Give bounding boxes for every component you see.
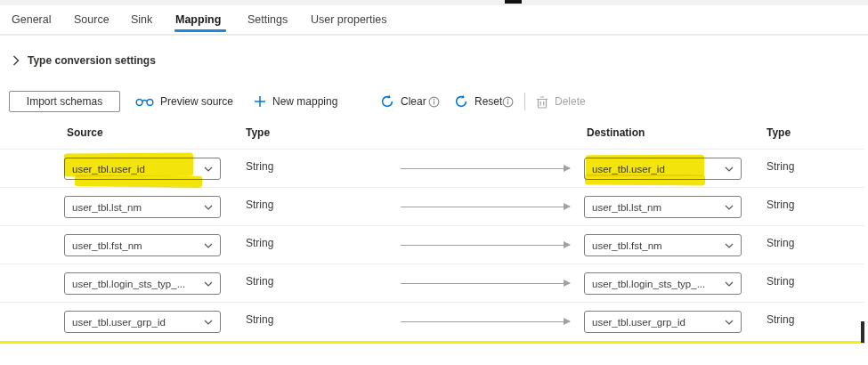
type-conversion-settings-label: Type conversion settings (28, 54, 156, 67)
highlight-mark (75, 174, 202, 187)
column-header-source-type: Type (246, 126, 270, 139)
source-field-value: user_tbl.user_grp_id (72, 317, 200, 328)
source-field-dropdown[interactable]: user_tbl.fst_nm (64, 234, 221, 256)
clear-label: Clear (401, 95, 426, 108)
reset-info-icon[interactable] (502, 96, 514, 108)
plus-icon (254, 95, 266, 108)
chevron-down-icon (204, 320, 213, 325)
source-type-value: String (246, 275, 273, 288)
source-type-value: String (246, 237, 273, 249)
mapping-row: user_tbl.lst_nm String user_tbl.lst_nm S… (0, 187, 864, 225)
destination-field-dropdown[interactable]: user_tbl.lst_nm (584, 196, 742, 218)
chevron-right-icon (12, 55, 20, 66)
mapping-arrow-icon (401, 283, 570, 284)
tab-source[interactable]: Source (74, 13, 110, 26)
refresh-icon (380, 94, 394, 109)
destination-field-dropdown[interactable]: user_tbl.fst_nm (584, 234, 742, 256)
destination-type-value: String (767, 237, 794, 249)
clear-button[interactable]: Clear (380, 89, 426, 114)
source-field-dropdown[interactable]: user_tbl.user_grp_id (64, 311, 221, 333)
delete-label: Delete (555, 95, 586, 108)
tab-bar-divider (0, 34, 868, 36)
import-schemas-button[interactable]: Import schemas (9, 91, 120, 112)
highlight-mark (585, 174, 705, 185)
chevron-down-icon (204, 243, 213, 248)
mapping-row: user_tbl.login_sts_typ_... String user_t… (0, 264, 864, 302)
clear-info-icon[interactable] (428, 96, 440, 108)
column-header-destination-type: Type (767, 126, 791, 139)
column-header-destination: Destination (587, 126, 645, 139)
chevron-down-icon (204, 205, 213, 210)
new-mapping-label: New mapping (272, 95, 337, 108)
copy-activity-mapping-panel: General Source Sink Mapping Settings Use… (0, 0, 868, 365)
source-type-value: String (246, 199, 273, 211)
mapping-toolbar: Import schemas Preview source New mappin… (0, 89, 868, 114)
tab-user-properties[interactable]: User properties (311, 13, 386, 26)
chevron-down-icon (725, 320, 734, 325)
destination-type-value: String (767, 199, 794, 211)
preview-source-button[interactable]: Preview source (135, 89, 233, 114)
chevron-down-icon (725, 243, 734, 248)
chevron-down-icon (204, 166, 213, 172)
tab-sink[interactable]: Sink (131, 13, 152, 26)
mapping-arrow-icon (401, 207, 570, 207)
mapping-arrow-icon (401, 168, 570, 169)
trash-icon (536, 95, 548, 109)
source-field-value: user_tbl.fst_nm (72, 240, 200, 251)
source-field-value: user_tbl.lst_nm (72, 202, 200, 213)
column-header-source: Source (67, 126, 103, 139)
chevron-down-icon (725, 281, 734, 287)
mapping-row: user_tbl.fst_nm String user_tbl.fst_nm S… (0, 225, 864, 264)
destination-field-value: user_tbl.lst_nm (592, 202, 721, 213)
destination-type-value: String (767, 275, 794, 288)
source-field-dropdown[interactable]: user_tbl.lst_nm (64, 196, 221, 218)
tab-bar: General Source Sink Mapping Settings Use… (0, 5, 868, 34)
new-mapping-button[interactable]: New mapping (254, 89, 337, 114)
destination-field-dropdown[interactable]: user_tbl.user_grp_id (584, 311, 742, 333)
reset-label: Reset (475, 95, 502, 108)
delete-button[interactable]: Delete (536, 89, 586, 114)
active-tab-indicator (174, 29, 226, 32)
tab-settings[interactable]: Settings (247, 13, 288, 26)
destination-type-value: String (767, 160, 794, 173)
reset-button[interactable]: Reset (454, 89, 502, 114)
chevron-down-icon (725, 205, 734, 210)
source-field-value: user_tbl.login_sts_typ_... (72, 279, 200, 289)
tab-general[interactable]: General (12, 13, 51, 26)
source-field-dropdown[interactable]: user_tbl.login_sts_typ_... (64, 272, 221, 295)
destination-type-value: String (767, 313, 794, 326)
source-type-value: String (246, 160, 273, 173)
highlight-underline (0, 341, 864, 344)
glasses-icon (135, 96, 154, 107)
mapping-arrow-icon (401, 245, 570, 246)
destination-field-value: user_tbl.user_grp_id (592, 317, 721, 328)
destination-field-value: user_tbl.fst_nm (592, 240, 721, 251)
mapping-arrow-icon (401, 321, 570, 322)
destination-field-value: user_tbl.login_sts_typ_... (592, 279, 721, 289)
tab-mapping[interactable]: Mapping (175, 13, 221, 26)
toolbar-divider (524, 93, 525, 110)
redaction-mark (505, 0, 522, 4)
refresh-icon (454, 94, 468, 109)
preview-source-label: Preview source (160, 95, 233, 108)
chevron-down-icon (204, 281, 213, 287)
destination-field-dropdown[interactable]: user_tbl.login_sts_typ_... (584, 272, 742, 295)
dark-marker (861, 321, 864, 343)
chevron-down-icon (725, 166, 734, 172)
type-conversion-settings-toggle[interactable]: Type conversion settings (12, 53, 156, 69)
mapping-row: user_tbl.user_grp_id String user_tbl.use… (0, 302, 864, 340)
highlight-mark (64, 152, 193, 176)
source-type-value: String (246, 313, 273, 326)
